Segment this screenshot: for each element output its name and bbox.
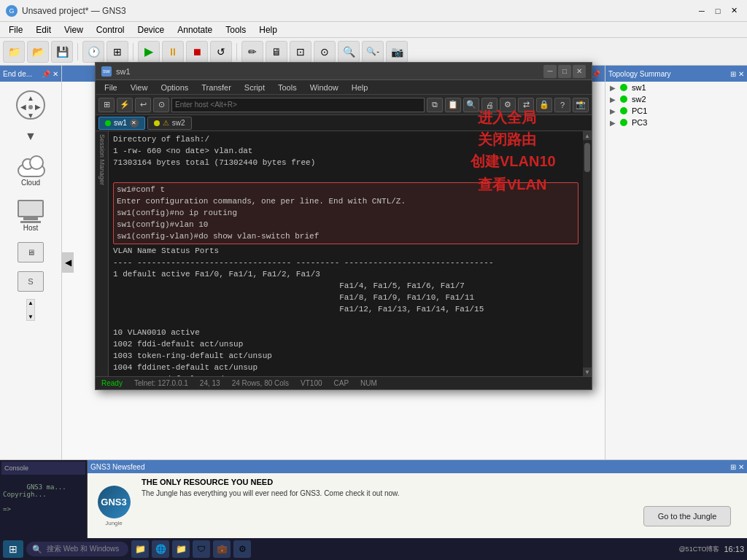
reload-btn[interactable]: ↺ (210, 41, 232, 63)
v-scrollbar[interactable]: ▲ ▼ (26, 299, 35, 321)
cloud-device[interactable]: Cloud (3, 150, 58, 190)
terminal-content[interactable]: Directory of flash:/ 1 -rw- 660 <no date… (109, 131, 583, 376)
pause-btn[interactable]: ⏸ (162, 41, 184, 63)
menu-item-file[interactable]: File (3, 23, 28, 36)
host-input[interactable] (171, 98, 425, 112)
topo-close[interactable]: ✕ (738, 70, 744, 78)
maximize-button[interactable]: □ (711, 4, 725, 18)
taskbar-icon-6[interactable]: ⚙ (233, 540, 251, 558)
scroll-thumb[interactable] (584, 143, 590, 172)
canvas-scroll-left[interactable]: ◀ (62, 252, 74, 273)
menu-item-help[interactable]: Help (253, 23, 283, 36)
newsfeed-text-area: THE ONLY RESOURCE YOU NEED The Jungle ha… (142, 478, 743, 534)
taskbar-icon-5[interactable]: 💼 (213, 540, 231, 558)
tab-status-sw2 (154, 120, 160, 126)
term-menu-tools[interactable]: Tools (272, 82, 303, 93)
screenshot-btn[interactable]: 📷 (386, 41, 408, 63)
start-button[interactable]: ⊞ (3, 540, 23, 558)
menu-item-view[interactable]: View (58, 23, 89, 36)
term-tb-settings[interactable]: ⚙ (500, 98, 516, 112)
menu-item-annotate[interactable]: Annotate (171, 23, 218, 36)
topo-item-pc3[interactable]: ▶ PC3 (605, 117, 747, 128)
topo-dot (620, 107, 627, 114)
term-menu-window[interactable]: Window (304, 82, 344, 93)
term-tb-3[interactable]: ↩ (135, 98, 151, 112)
menu-item-device[interactable]: Device (132, 23, 171, 36)
go-to-jungle-button[interactable]: Go to the Jungle (643, 506, 731, 526)
taskbar-icon-2[interactable]: 🌐 (152, 540, 169, 558)
grid-btn[interactable]: ⊞ (107, 41, 128, 63)
tab-close-sw1[interactable]: ✕ (130, 119, 139, 128)
taskbar-icon-1[interactable]: 📁 (131, 540, 149, 558)
term-tb-2[interactable]: ⚡ (117, 98, 133, 112)
stop-btn[interactable]: ⏹ (186, 41, 208, 63)
taskbar-icon-3[interactable]: 📁 (172, 540, 190, 558)
sep2 (133, 43, 133, 61)
term-menu-file[interactable]: File (98, 82, 123, 93)
terminal-close[interactable]: ✕ (573, 65, 586, 78)
terminal-maximize[interactable]: □ (558, 65, 571, 78)
topo-label: sw1 (632, 83, 646, 92)
topo-undock[interactable]: ⊞ (730, 70, 736, 78)
session-tab-sw1[interactable]: sw1 ✕ (98, 117, 145, 130)
term-menu-help[interactable]: Help (346, 82, 374, 93)
nav-arrow-down[interactable]: ▼ (3, 128, 58, 144)
scroll-up[interactable]: ▲ (583, 131, 592, 140)
menu-item-edit[interactable]: Edit (30, 23, 57, 36)
left-panel-close[interactable]: ✕ (53, 70, 58, 78)
close-button[interactable]: ✕ (727, 4, 741, 18)
term-tb-paste[interactable]: 📋 (445, 98, 461, 112)
term-tb-1[interactable]: ⊞ (98, 98, 115, 112)
term-menu-script[interactable]: Script (239, 82, 271, 93)
history-btn[interactable]: 🕐 (82, 41, 104, 63)
term-tb-transfer[interactable]: ⇄ (518, 98, 534, 112)
topo-label: sw2 (632, 95, 646, 104)
term-tb-help[interactable]: ? (554, 98, 570, 112)
row-1002: 1002 fddi-default act/unsup (113, 339, 578, 351)
term-tb-copy[interactable]: ⧉ (427, 98, 443, 112)
table-header: VLAN Name Status Ports (113, 246, 578, 257)
term-tb-print[interactable]: 🖨 (481, 98, 498, 112)
small-icon-2[interactable]: S (18, 271, 44, 292)
minimize-button[interactable]: ─ (694, 4, 709, 18)
topo-item-sw1[interactable]: ▶ sw1 (605, 82, 747, 93)
topo-item-sw2[interactable]: ▶ sw2 (605, 93, 747, 105)
zoom-in-btn[interactable]: 🔍 (338, 41, 360, 63)
taskbar-icon-4[interactable]: 🛡 (193, 540, 210, 558)
term-tb-capture[interactable]: 📸 (573, 98, 589, 112)
start-all-btn[interactable]: ▶ (138, 41, 160, 63)
session-tab-sw2[interactable]: ⚠ sw2 (147, 117, 192, 130)
open-btn[interactable]: 📁 (3, 41, 25, 63)
term-menu-view[interactable]: View (125, 82, 154, 93)
newsfeed-close[interactable]: ✕ (738, 463, 744, 471)
edit-btn[interactable]: ✏ (241, 41, 263, 63)
left-panel: End de... 📌 ✕ ▲ ◀ ▶ ▼ (0, 66, 62, 459)
terminal-icon: sw (101, 66, 112, 77)
rect-btn[interactable]: ⊡ (290, 41, 311, 63)
capture-btn[interactable]: 🖥 (266, 41, 287, 63)
newsfeed-undock[interactable]: ⊞ (730, 463, 736, 471)
folder-btn[interactable]: 📂 (27, 41, 49, 63)
topo-item-pc1[interactable]: ▶ PC1 (605, 105, 747, 117)
session-tabs: sw1 ✕ ⚠ sw2 (96, 115, 592, 131)
ellipse-btn[interactable]: ⊙ (314, 41, 336, 63)
host-device[interactable]: Host (3, 195, 58, 235)
term-tb-lock[interactable]: 🔒 (536, 98, 552, 112)
terminal-scrollbar[interactable]: ▲ ▼ (583, 131, 592, 376)
canvas-pin[interactable]: 📌 (592, 70, 600, 78)
save-btn[interactable]: 💾 (51, 41, 73, 63)
search-bar[interactable]: 🔍 搜索 Web 和 Windows (26, 542, 128, 556)
term-tb-4[interactable]: ⊙ (153, 98, 169, 112)
term-menu-transfer[interactable]: Transfer (196, 82, 237, 93)
title-bar-left: G Unsaved project* — GNS3 (6, 5, 126, 17)
menu-item-control[interactable]: Control (90, 23, 131, 36)
taskbar-right: @51CTO博客 16:13 (678, 545, 744, 554)
menu-item-tools[interactable]: Tools (220, 23, 252, 36)
terminal-minimize[interactable]: ─ (543, 65, 557, 78)
zoom-out-btn[interactable]: 🔍- (362, 41, 384, 63)
scroll-down[interactable]: ▼ (583, 368, 592, 376)
left-panel-pin[interactable]: 📌 (42, 70, 50, 78)
small-icon-1[interactable]: 🖥 (18, 242, 44, 262)
term-tb-find[interactable]: 🔍 (463, 98, 479, 112)
term-menu-options[interactable]: Options (155, 82, 194, 93)
